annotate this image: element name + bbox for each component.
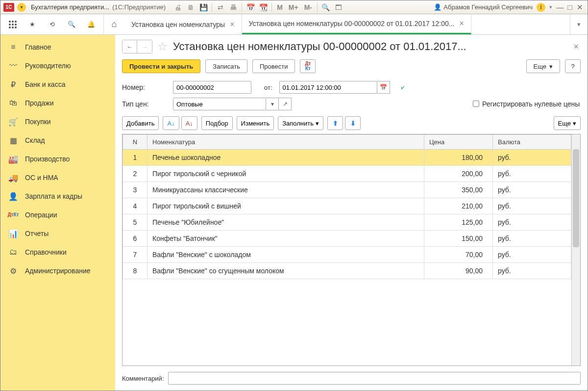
info-dropdown-icon[interactable]: ▾ bbox=[549, 4, 552, 10]
calendar-picker-icon[interactable]: 📅 bbox=[377, 81, 390, 94]
select-button[interactable]: Подбор bbox=[201, 116, 233, 130]
table-row[interactable]: 8Вафли "Венские" со сгущенным молоком90,… bbox=[123, 263, 571, 279]
move-up-button[interactable]: ⬆ bbox=[327, 116, 343, 130]
calendar-icon[interactable]: 📅 bbox=[246, 3, 255, 12]
compare-icon[interactable]: ⇄ bbox=[216, 3, 225, 12]
dropdown-icon[interactable]: ▾ bbox=[266, 98, 279, 110]
search-icon[interactable]: 🔍 bbox=[66, 19, 77, 30]
col-n[interactable]: N bbox=[123, 135, 147, 150]
print2-icon[interactable]: 🖶 bbox=[229, 3, 238, 12]
apps-icon[interactable] bbox=[7, 19, 18, 30]
cell-price: 90,00 bbox=[424, 263, 493, 279]
sidebar-item-admin[interactable]: ⚙Администрирование bbox=[0, 261, 115, 280]
bell-icon[interactable]: 🔔 bbox=[86, 19, 97, 30]
table-scrollbar[interactable] bbox=[571, 134, 580, 365]
dtkt-icon: ДтКт bbox=[8, 210, 18, 220]
date-icon[interactable]: 📆 bbox=[259, 3, 268, 12]
tab-price-document[interactable]: Установка цен номенклатуры 00-00000002 о… bbox=[242, 14, 471, 34]
preview-icon[interactable]: 🗎 bbox=[186, 3, 195, 12]
tab-price-list[interactable]: Установка цен номенклатуры × bbox=[124, 14, 242, 34]
more-button[interactable]: Еще▾ bbox=[526, 59, 560, 73]
document-close-icon[interactable]: × bbox=[571, 42, 581, 52]
date-input[interactable] bbox=[279, 81, 377, 94]
table-more-button[interactable]: Еще▾ bbox=[554, 116, 581, 130]
back-button[interactable]: ← bbox=[122, 40, 137, 53]
m-button[interactable]: M bbox=[276, 3, 284, 11]
cell-name: Вафли "Венские" со сгущенным молоком bbox=[147, 263, 424, 279]
col-nomenclature[interactable]: Номенклатура bbox=[147, 135, 424, 150]
separator bbox=[271, 3, 272, 12]
home-button[interactable]: ⌂ bbox=[104, 14, 124, 34]
cell-n: 1 bbox=[123, 150, 147, 166]
tabs-dropdown-icon[interactable]: ▾ bbox=[570, 14, 588, 34]
browser-icon[interactable]: 🗔 bbox=[334, 3, 343, 12]
user-label[interactable]: 👤 Абрамов Геннадий Сергеевич bbox=[434, 3, 533, 11]
sidebar-item-salary[interactable]: 👤Зарплата и кадры bbox=[0, 187, 115, 206]
m-minus-button[interactable]: M- bbox=[303, 3, 313, 11]
sidebar-item-assets[interactable]: 🚚ОС и НМА bbox=[0, 168, 115, 187]
sidebar-item-label: Продажи bbox=[25, 99, 53, 107]
favorite-star-icon[interactable]: ☆ bbox=[157, 40, 168, 53]
help-button[interactable]: ? bbox=[565, 59, 581, 73]
table-row[interactable]: 6Конфеты "Батончик"150,00руб. bbox=[123, 231, 571, 247]
sidebar-item-main[interactable]: ≡Главное bbox=[0, 38, 115, 56]
maximize-button[interactable]: □ bbox=[565, 3, 575, 11]
change-button[interactable]: Изменить bbox=[237, 116, 274, 130]
star-icon[interactable]: ★ bbox=[27, 19, 38, 30]
col-price[interactable]: Цена bbox=[424, 135, 493, 150]
sidebar-item-production[interactable]: 🏭Производство bbox=[0, 150, 115, 168]
cell-price: 200,00 bbox=[424, 166, 493, 182]
nav-buttons: ← → bbox=[122, 40, 152, 53]
price-type-input[interactable] bbox=[173, 98, 266, 110]
number-input[interactable] bbox=[173, 81, 251, 94]
scroll-thumb[interactable] bbox=[573, 149, 579, 247]
sidebar-item-purchases[interactable]: 🛒Покупки bbox=[0, 112, 115, 131]
sidebar-item-bank[interactable]: ₽Банк и касса bbox=[0, 75, 115, 94]
sidebar-item-warehouse[interactable]: ▦Склад bbox=[0, 131, 115, 150]
svg-point-2 bbox=[15, 21, 17, 23]
sidebar-item-reports[interactable]: 📊Отчеты bbox=[0, 224, 115, 243]
open-ref-icon[interactable]: ↗ bbox=[279, 98, 292, 110]
table-row[interactable]: 5Печенье "Юбилейное"125,00руб. bbox=[123, 214, 571, 231]
dtkt-button[interactable]: ДтКт bbox=[300, 59, 316, 73]
zoom-icon[interactable]: 🔍 bbox=[321, 3, 330, 12]
move-down-button[interactable]: ⬇ bbox=[345, 116, 361, 130]
sort-desc-button[interactable]: А↓ bbox=[181, 116, 197, 130]
cell-name: Пирог тирольский с черникой bbox=[147, 166, 424, 182]
sidebar-item-references[interactable]: 🗂Справочники bbox=[0, 243, 115, 261]
titlebar-dropdown-icon[interactable]: ▼ bbox=[17, 3, 26, 12]
print-icon[interactable]: 🖨 bbox=[173, 3, 182, 12]
post-and-close-button[interactable]: Провести и закрыть bbox=[122, 59, 200, 73]
app-title: Бухгалтерия предприяти... bbox=[31, 3, 109, 11]
tab-close-icon[interactable]: × bbox=[459, 19, 464, 28]
forward-button[interactable]: → bbox=[137, 40, 152, 53]
sidebar-item-manager[interactable]: 〰Руководителю bbox=[0, 56, 115, 75]
sidebar-item-sales[interactable]: 🛍Продажи bbox=[0, 94, 115, 112]
col-currency[interactable]: Валюта bbox=[493, 135, 571, 150]
post-button[interactable]: Провести bbox=[252, 59, 295, 73]
sidebar-item-operations[interactable]: ДтКтОперации bbox=[0, 206, 115, 224]
document-header: ← → ☆ Установка цен номенклатуры 00-0000… bbox=[115, 35, 588, 56]
info-icon[interactable]: i bbox=[537, 3, 545, 12]
navbar: ★ ⟲ 🔍 🔔 ⌂ Установка цен номенклатуры × У… bbox=[0, 14, 588, 35]
close-button[interactable]: ✕ bbox=[575, 3, 585, 11]
table-row[interactable]: 1Печенье шоколадное180,00руб. bbox=[123, 150, 571, 166]
tab-close-icon[interactable]: × bbox=[230, 20, 234, 29]
comment-input[interactable] bbox=[168, 372, 581, 385]
add-button[interactable]: Добавить bbox=[122, 116, 159, 130]
minimize-button[interactable]: — bbox=[555, 3, 565, 11]
cell-currency: руб. bbox=[493, 263, 571, 279]
m-plus-button[interactable]: M+ bbox=[288, 3, 299, 11]
document-toolbar: Провести и закрыть Записать Провести ДтК… bbox=[115, 56, 588, 79]
save-button[interactable]: Записать bbox=[205, 59, 247, 73]
history-icon[interactable]: ⟲ bbox=[47, 19, 57, 30]
table-row[interactable]: 4Пирог тирольский с вишней210,00руб. bbox=[123, 198, 571, 214]
fill-button[interactable]: Заполнить▾ bbox=[278, 116, 323, 130]
table-row[interactable]: 3Миникруассаны классические350,00руб. bbox=[123, 182, 571, 198]
svg-point-0 bbox=[9, 21, 11, 23]
save-icon[interactable]: 💾 bbox=[199, 3, 208, 12]
sort-asc-button[interactable]: А↓ bbox=[163, 116, 179, 130]
register-zero-checkbox[interactable] bbox=[473, 101, 479, 107]
table-row[interactable]: 2Пирог тирольский с черникой200,00руб. bbox=[123, 166, 571, 182]
table-row[interactable]: 7Вафли "Венские" с шоколадом70,00руб. bbox=[123, 247, 571, 263]
